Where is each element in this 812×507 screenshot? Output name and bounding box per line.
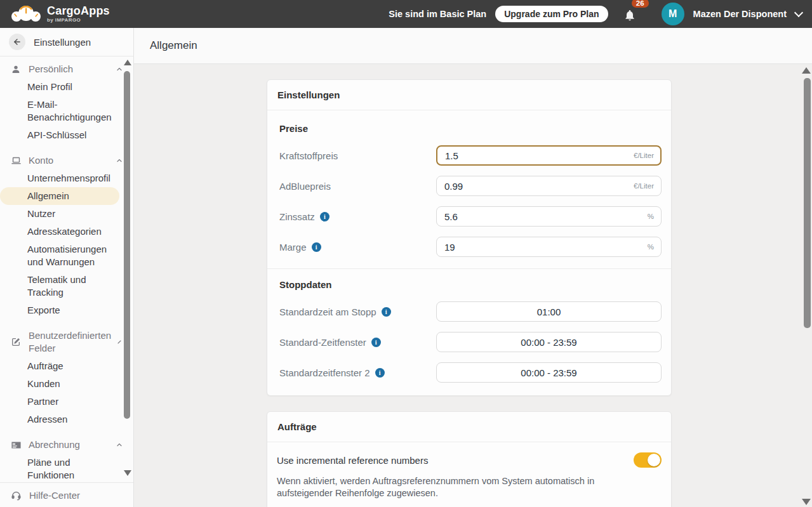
sidebar: Einstellungen PersönlichMein ProfilE-Mai… — [0, 28, 134, 507]
info-icon[interactable]: i — [312, 242, 321, 252]
sidebar-item-mein-profil[interactable]: Mein Profil — [0, 78, 121, 96]
sidebar-item-adresskategorien[interactable]: Adresskategorien — [0, 223, 121, 240]
standard-zeitfenster-input[interactable] — [436, 332, 662, 352]
sidebar-item-api-schl-ssel[interactable]: API-Schlüssel — [0, 126, 121, 144]
info-icon[interactable]: i — [375, 368, 385, 378]
sidebar-section-header-abrechnung[interactable]: Abrechnung — [0, 436, 133, 454]
form-row-marge: Margei% — [277, 237, 662, 257]
sidebar-section-header-konto[interactable]: Konto — [0, 152, 133, 169]
main-scroll-down-arrow[interactable] — [802, 499, 811, 505]
chevron-up-icon — [116, 441, 123, 449]
section-heading-preise: Preise — [279, 123, 662, 134]
avatar[interactable]: M — [662, 3, 684, 25]
sidebar-footer-label: Hilfe-Center — [29, 490, 80, 501]
sidebar-section-label: Abrechnung — [29, 438, 103, 451]
sidebar-section-label: Benutzerdefinierten Felder — [29, 329, 103, 355]
orders-card: Aufträge Use incremental reference numbe… — [267, 411, 672, 507]
sidebar-section-label: Persönlich — [29, 63, 103, 76]
upgrade-button[interactable]: Upgrade zum Pro Plan — [495, 6, 608, 22]
chevron-diagonal-icon — [116, 338, 123, 346]
sidebar-item-unternehmensprofil[interactable]: Unternehmensprofil — [0, 169, 121, 187]
sidebar-section-benutzerdefinierten-felder: Benutzerdefinierten FelderAufträgeKunden… — [0, 327, 133, 428]
page-title: Allgemein — [150, 39, 197, 52]
marge-input[interactable] — [436, 237, 662, 257]
toggle-knob — [648, 454, 660, 466]
sidebar-nav: PersönlichMein ProfilE-Mail-Benachrichti… — [0, 56, 133, 482]
headset-icon — [11, 490, 22, 501]
brand-name: CargoApps — [47, 5, 110, 16]
orders-card-title: Aufträge — [277, 421, 317, 432]
incremental-reference-description: Wenn aktiviert, werden Auftragsreferenzn… — [277, 475, 645, 499]
sidebar-section-abrechnung: AbrechnungPläne und Funktionen — [0, 436, 133, 482]
standardzeit-am-stopp-input[interactable] — [436, 301, 662, 322]
person-icon — [10, 64, 22, 74]
sidebar-scrollbar-thumb[interactable] — [124, 71, 130, 419]
sidebar-item-automatisierungen-und-warnungen[interactable]: Automatisierungen und Warnungen — [0, 240, 121, 271]
incremental-reference-label: Use incremental reference numbers — [277, 455, 428, 466]
gauges-logo-icon — [10, 4, 42, 24]
field-label-marge: Marge — [279, 242, 307, 253]
section-divider — [267, 268, 671, 269]
sidebar-item-telematik-und-tracking[interactable]: Telematik und Tracking — [0, 271, 121, 301]
billing-card-icon — [10, 440, 22, 451]
form-row-standardzeitfenster-2: Standardzeitfenster 2i — [277, 362, 662, 383]
sidebar-scroll-up-arrow[interactable] — [124, 60, 131, 65]
sidebar-scroll-down-arrow[interactable] — [124, 470, 131, 476]
sidebar-item-e-mail-benachrichtigungen[interactable]: E-Mail-Benachrichtigungen — [0, 96, 121, 126]
chevron-up-icon — [116, 157, 123, 164]
topbar: CargoApps by IMPARGO Sie sind im Basic P… — [0, 0, 812, 28]
bell-icon — [623, 9, 636, 24]
settings-card: Einstellungen PreiseKraftstoffpreis€/Lit… — [267, 79, 672, 396]
sidebar-section-label: Konto — [29, 154, 103, 167]
sidebar-section-konto: KontoUnternehmensprofilAllgemeinNutzerAd… — [0, 152, 133, 319]
form-row-adbluepreis: AdBluepreis€/Liter — [277, 176, 662, 196]
field-label-adbluepreis: AdBluepreis — [279, 181, 331, 192]
section-heading-stoppdaten: Stoppdaten — [279, 279, 662, 290]
laptop-icon — [10, 155, 22, 166]
field-label-standardzeit-am-stopp: Standardzeit am Stopp — [279, 306, 376, 317]
form-row-zinssatz: Zinssatzi% — [277, 206, 662, 227]
sidebar-section-header-pers-nlich[interactable]: Persönlich — [0, 60, 133, 78]
sidebar-item-adressen[interactable]: Adressen — [0, 411, 121, 428]
user-name[interactable]: Mazen Der Disponent — [693, 9, 787, 19]
adbluepreis-input[interactable] — [436, 176, 662, 196]
main-scroll-up-arrow[interactable] — [802, 67, 811, 74]
main-scrollbar-thumb[interactable] — [804, 78, 811, 328]
form-row-standard-zeitfenster: Standard-Zeitfensteri — [277, 332, 662, 352]
chevron-down-icon[interactable] — [794, 8, 803, 17]
page-header: Allgemein — [134, 28, 812, 64]
chevron-up-icon — [116, 65, 123, 73]
sidebar-item-kunden[interactable]: Kunden — [0, 375, 121, 393]
field-label-standardzeitfenster-2: Standardzeitfenster 2 — [279, 367, 370, 378]
sidebar-item-allgemein[interactable]: Allgemein — [0, 187, 119, 205]
sidebar-item-exporte[interactable]: Exporte — [0, 301, 121, 319]
main-area: Allgemein Einstellungen PreiseKraftstoff… — [134, 28, 812, 507]
notifications-button[interactable]: 26 — [620, 3, 641, 25]
zinssatz-input[interactable] — [436, 206, 662, 227]
sidebar-item-nutzer[interactable]: Nutzer — [0, 205, 121, 223]
settings-card-title: Einstellungen — [277, 89, 340, 100]
form-row-standardzeit-am-stopp: Standardzeit am Stoppi — [277, 301, 662, 322]
incremental-reference-toggle[interactable] — [634, 452, 662, 468]
sidebar-section-header-benutzerdefinierten-felder[interactable]: Benutzerdefinierten Felder — [0, 327, 133, 357]
info-icon[interactable]: i — [371, 338, 381, 347]
edit-icon — [10, 337, 22, 347]
field-label-zinssatz: Zinssatz — [279, 211, 315, 222]
notification-badge: 26 — [632, 0, 649, 8]
sidebar-item-hilfe-center[interactable]: Hilfe-Center — [0, 482, 133, 507]
plan-status-text: Sie sind im Basic Plan — [389, 9, 486, 19]
brand-byline: by IMPARGO — [47, 18, 110, 23]
brand-logo: CargoApps by IMPARGO — [10, 4, 110, 24]
field-label-kraftstoffpreis: Kraftstoffpreis — [279, 150, 338, 161]
sidebar-item-partner[interactable]: Partner — [0, 393, 121, 411]
sidebar-item-auftr-ge[interactable]: Aufträge — [0, 357, 121, 375]
sidebar-title: Einstellungen — [34, 37, 91, 48]
info-icon[interactable]: i — [382, 307, 391, 317]
field-label-standard-zeitfenster: Standard-Zeitfenster — [279, 337, 366, 348]
sidebar-section-pers-nlich: PersönlichMein ProfilE-Mail-Benachrichti… — [0, 60, 133, 144]
standardzeitfenster-2-input[interactable] — [436, 362, 662, 383]
kraftstoffpreis-input[interactable] — [436, 145, 662, 166]
back-button[interactable] — [9, 34, 25, 50]
sidebar-item-pl-ne-und-funktionen[interactable]: Pläne und Funktionen — [0, 454, 121, 482]
info-icon[interactable]: i — [320, 212, 329, 221]
